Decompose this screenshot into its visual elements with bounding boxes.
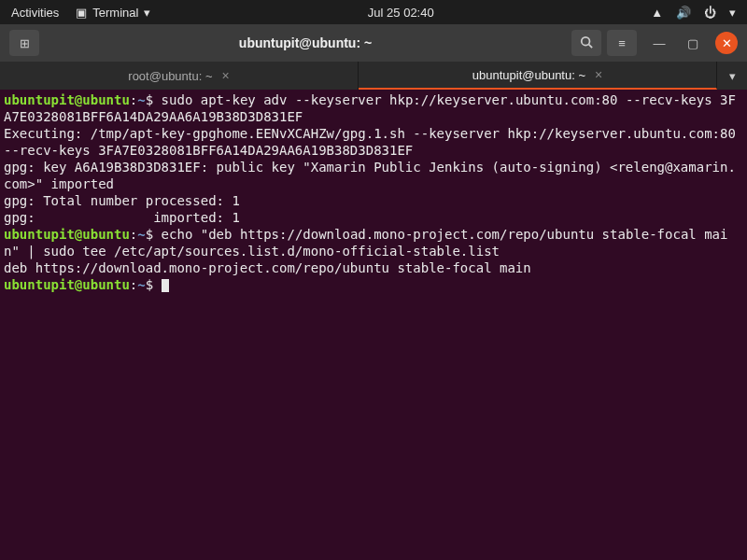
- tab-ubuntupit[interactable]: ubuntupit@ubuntu: ~ ×: [359, 62, 717, 90]
- terminal-output: gpg: Total number processed: 1: [4, 193, 240, 208]
- search-button[interactable]: [571, 30, 601, 56]
- cursor: [162, 279, 169, 292]
- svg-line-1: [589, 44, 593, 48]
- window-title: ubuntupit@ubuntu: ~: [45, 35, 566, 50]
- prompt-dollar: $: [146, 227, 153, 242]
- terminal-icon: ▣: [76, 6, 87, 20]
- minimize-button[interactable]: —: [648, 32, 670, 54]
- terminal-output: gpg: imported: 1: [4, 210, 240, 225]
- network-icon[interactable]: ▲: [651, 6, 663, 20]
- chevron-down-icon: ▾: [144, 6, 150, 20]
- new-tab-button[interactable]: ⊞: [9, 30, 39, 56]
- prompt-path: ~: [137, 277, 145, 292]
- tab-label: root@ubuntu: ~: [128, 69, 212, 83]
- tab-close-button[interactable]: ×: [595, 67, 602, 82]
- activities-button[interactable]: Activities: [11, 6, 59, 20]
- tab-label: ubuntupit@ubuntu: ~: [472, 68, 585, 82]
- menu-button[interactable]: ≡: [607, 30, 637, 56]
- prompt-dollar: $: [146, 92, 153, 107]
- window-title-bar: ⊞ ubuntupit@ubuntu: ~ ≡ — ▢ ✕: [0, 24, 747, 62]
- chevron-down-icon: ▾: [729, 69, 736, 83]
- prompt-path: ~: [137, 227, 145, 242]
- prompt-path: ~: [137, 92, 145, 107]
- tab-dropdown-button[interactable]: ▾: [717, 62, 747, 90]
- tab-root[interactable]: root@ubuntu: ~ ×: [0, 62, 359, 90]
- prompt-userhost: ubuntupit@ubuntu: [4, 277, 130, 292]
- gnome-top-bar: Activities ▣ Terminal ▾ Jul 25 02:40 ▲ 🔊…: [0, 0, 747, 24]
- maximize-button[interactable]: ▢: [682, 32, 704, 54]
- terminal-output: deb https://download.mono-project.com/re…: [4, 260, 531, 275]
- prompt-dollar: $: [146, 277, 153, 292]
- svg-point-0: [582, 36, 590, 45]
- prompt-userhost: ubuntupit@ubuntu: [4, 227, 130, 242]
- hamburger-icon: ≡: [618, 36, 626, 50]
- terminal-output: gpg: key A6A19B38D3D831EF: public key "X…: [4, 160, 736, 191]
- clock[interactable]: Jul 25 02:40: [368, 6, 434, 20]
- tab-strip: root@ubuntu: ~ × ubuntupit@ubuntu: ~ × ▾: [0, 62, 747, 90]
- search-icon: [580, 35, 593, 51]
- prompt-userhost: ubuntupit@ubuntu: [4, 92, 130, 107]
- terminal-output: Executing: /tmp/apt-key-gpghome.EENvXCAH…: [4, 126, 743, 158]
- volume-icon[interactable]: 🔊: [676, 6, 691, 20]
- terminal-viewport[interactable]: ubuntupit@ubuntu:~$ sudo apt-key adv --k…: [0, 90, 747, 560]
- app-menu[interactable]: ▣ Terminal ▾: [76, 6, 150, 20]
- close-button[interactable]: ✕: [715, 32, 738, 54]
- app-menu-label: Terminal: [92, 6, 138, 20]
- close-icon: ✕: [722, 36, 732, 50]
- power-icon[interactable]: ⏻: [704, 6, 716, 20]
- maximize-icon: ▢: [687, 36, 698, 50]
- tab-close-button[interactable]: ×: [222, 68, 230, 83]
- chevron-down-icon[interactable]: ▾: [729, 6, 736, 20]
- minimize-icon: —: [654, 36, 666, 50]
- new-tab-icon: ⊞: [20, 36, 30, 50]
